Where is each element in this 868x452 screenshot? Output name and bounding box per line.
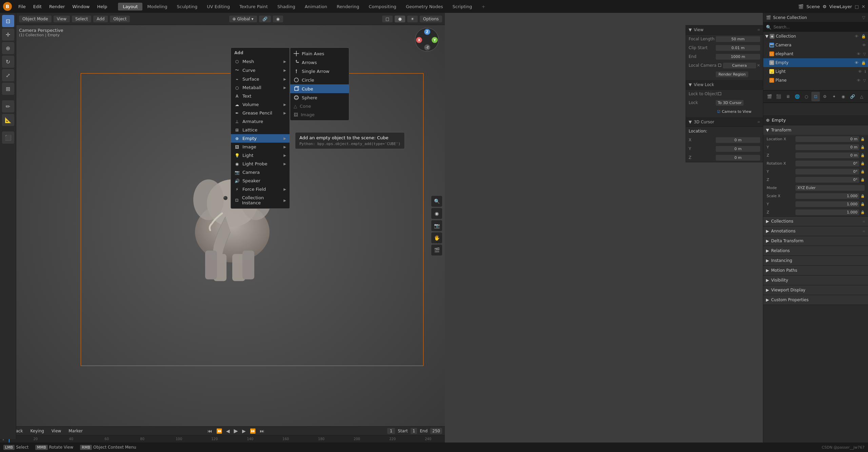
add-light-probe-item[interactable]: ◉ Light Probe ▶ (231, 160, 290, 168)
next-frame-btn[interactable]: ▶ (241, 428, 247, 434)
add-cube-tool[interactable]: ⬛ (2, 131, 14, 144)
collections-section-header[interactable]: ▶Collections ≡ (763, 217, 868, 226)
scale-x-value[interactable]: 1.000 (795, 193, 859, 199)
render-region-btn[interactable]: Render Region (716, 71, 748, 77)
add-metaball-item[interactable]: ○ Metaball ▶ (231, 83, 290, 92)
cursor-x-value[interactable]: 0 m (716, 137, 760, 143)
local-camera-checkbox[interactable]: ☐ (718, 63, 722, 68)
scale-z-value[interactable]: 1.000 (795, 209, 859, 215)
props-icon-data[interactable]: △ (857, 92, 866, 101)
add-volume-item[interactable]: ☁ Volume ▶ (231, 100, 290, 109)
menu-render[interactable]: Render (46, 3, 68, 11)
lock-to-object-checkbox[interactable]: ☐ (718, 91, 722, 96)
view-lock-section-header[interactable]: ▼ View Lock (686, 80, 763, 89)
props-icon-world[interactable]: ○ (802, 92, 811, 101)
rotation-mode-value[interactable]: XYZ Euler (795, 185, 865, 191)
add-text-item[interactable]: A Text (231, 92, 290, 100)
eye-icon[interactable]: 👁 (855, 34, 859, 39)
add-workspace-btn[interactable]: + (477, 3, 490, 11)
select-box-tool[interactable]: ⊡ (2, 15, 14, 27)
rotate-tool[interactable]: ↻ (2, 56, 14, 68)
tab-shading[interactable]: Shading (273, 3, 300, 11)
empty-sphere[interactable]: Sphere (290, 93, 349, 102)
add-mesh-item[interactable]: ⬡ Mesh ▶ (231, 57, 290, 66)
end-frame[interactable]: 250 (430, 428, 442, 434)
view-options-btn[interactable]: 🎬 (431, 245, 442, 255)
prev-keyframe-btn[interactable]: ⏪ (215, 428, 223, 434)
empty-plain-axes[interactable]: Plain Axes (290, 49, 349, 58)
location-x-value[interactable]: 0 m (795, 136, 859, 142)
tab-sculpting[interactable]: Sculpting (172, 3, 202, 11)
add-image-item[interactable]: 🖼 Image ▶ (231, 143, 290, 151)
empty-eye-icon[interactable]: 👁 (855, 61, 859, 65)
restrict-icon[interactable]: 🔒 (861, 34, 866, 39)
cursor-tool[interactable]: ✛ (2, 28, 14, 41)
props-icon-view[interactable]: 🖥 (784, 92, 792, 101)
view-front-btn[interactable]: ◉ (431, 208, 442, 219)
jump-end-btn[interactable]: ⏭ (258, 428, 266, 434)
transform-section-header[interactable]: ▼ Transform (763, 125, 868, 135)
to-3d-cursor-btn[interactable]: To 3D Cursor (716, 100, 744, 106)
shading-wireframe[interactable]: □ (382, 16, 393, 22)
zoom-in-btn[interactable]: 🔍 (431, 196, 442, 207)
select-menu[interactable]: Select (72, 16, 91, 22)
props-icon-render[interactable]: 🎬 (765, 92, 774, 101)
tab-modeling[interactable]: Modeling (142, 3, 172, 11)
camera-to-view-checkbox[interactable]: ☑ (717, 109, 721, 114)
filter-icon[interactable]: ▽ (862, 15, 865, 20)
3d-cursor-section-header[interactable]: ▼ 3D Cursor ≡ (686, 117, 763, 127)
add-empty-item[interactable]: ⊕ Empty ▶ (231, 134, 290, 143)
scale-lock-x-icon[interactable]: 🔒 (861, 194, 865, 198)
view-layer-name[interactable]: ViewLayer (829, 4, 852, 9)
rot-lock-y-icon[interactable]: 🔒 (861, 170, 865, 173)
viewport-navigation-gizmo[interactable]: Z Y X -Z (415, 28, 442, 55)
tab-layout[interactable]: Layout (118, 3, 142, 11)
annotate-tool[interactable]: ✏ (2, 100, 14, 112)
add-camera-item[interactable]: 📷 Camera (231, 168, 290, 177)
frame-ruler[interactable]: 1 20 40 60 80 100 120 140 160 180 200 22… (0, 435, 445, 443)
lock-z-icon[interactable]: 🔒 (861, 153, 865, 157)
scene-name[interactable]: Scene (806, 4, 820, 9)
add-collection-instance-item[interactable]: ⊡ Collection Instance ▶ (231, 193, 290, 207)
relations-section-header[interactable]: ▶Relations (763, 246, 868, 255)
expand-icon[interactable]: □ (855, 4, 859, 9)
clip-end-value[interactable]: 1000 m (716, 54, 760, 60)
scale-y-value[interactable]: 1.000 (795, 201, 859, 207)
menu-help[interactable]: Help (94, 3, 111, 11)
rotation-z-value[interactable]: 0° (795, 177, 859, 183)
shading-render[interactable]: ☀ (407, 16, 418, 22)
lock-y-icon[interactable]: 🔒 (861, 145, 865, 149)
object-menu[interactable]: Object (110, 16, 130, 22)
snap-controls[interactable]: 🔗 (259, 16, 271, 22)
elephant-eye-icon[interactable]: 👁 (857, 52, 861, 56)
props-icon-scene[interactable]: 🌐 (793, 92, 802, 101)
add-speaker-item[interactable]: 🔊 Speaker (231, 177, 290, 185)
custom-properties-section-header[interactable]: ▶Custom Properties (763, 295, 868, 305)
cursor-z-value[interactable]: 0 m (716, 155, 760, 161)
focal-length-value[interactable]: 50 mm (716, 36, 760, 42)
close-icon[interactable]: ✕ (862, 4, 865, 9)
props-icon-physics[interactable]: ◉ (839, 92, 848, 101)
delta-transform-section-header[interactable]: ▶Delta Transform (763, 236, 868, 246)
options-btn[interactable]: Options (420, 16, 442, 22)
empty-arrows[interactable]: Arrows (290, 58, 349, 67)
next-keyframe-btn[interactable]: ⏩ (249, 428, 257, 434)
tab-uv-editing[interactable]: UV Editing (202, 3, 235, 11)
transform-orientations[interactable]: ⊕ Global ▾ (229, 16, 257, 22)
camera-remove-icon[interactable]: ✕ (757, 63, 760, 68)
empty-cone[interactable]: △ Cone (290, 102, 349, 110)
add-lattice-item[interactable]: ⊞ Lattice (231, 126, 290, 134)
collection-root[interactable]: ▼ ◆ Collection 👁 🔒 (763, 32, 868, 41)
jump-start-btn[interactable]: ⏮ (206, 428, 214, 434)
empty-image[interactable]: 🖼 Image (290, 110, 349, 119)
shading-solid[interactable]: ● (395, 16, 405, 22)
rot-lock-z-icon[interactable]: 🔒 (861, 178, 865, 182)
add-curve-item[interactable]: 〜 Curve ▶ (231, 66, 290, 75)
empty-restrict-icon[interactable]: 🔒 (861, 61, 866, 65)
transform-tool[interactable]: ⊞ (2, 83, 14, 95)
visibility-section-header[interactable]: ▶Visibility (763, 275, 868, 285)
keying-menu[interactable]: Keying (28, 428, 46, 434)
tab-animation[interactable]: Animation (300, 3, 332, 11)
tab-scripting[interactable]: Scripting (448, 3, 477, 11)
outliner-camera[interactable]: 📷 Camera 👁 (763, 41, 868, 49)
